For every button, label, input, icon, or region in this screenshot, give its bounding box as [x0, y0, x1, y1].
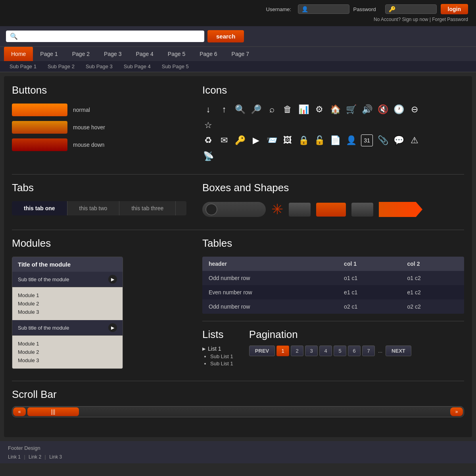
shape-arrow: [379, 202, 422, 217]
lists-section: Lists ▶ List 1 Sub List 1 Sub List 1: [202, 328, 233, 368]
icon-star: ☆: [202, 119, 214, 131]
scrollbar-thumb[interactable]: |||: [27, 407, 79, 416]
pagination-page-1[interactable]: 1: [276, 345, 289, 356]
pagination-page-3[interactable]: 3: [305, 345, 318, 356]
nav-item-page1[interactable]: Page 1: [33, 47, 65, 61]
icon-chat: 💬: [393, 134, 405, 146]
nav-item-home[interactable]: Home: [4, 47, 33, 61]
nav-item-page4[interactable]: Page 4: [129, 47, 160, 61]
sub-nav-item-3[interactable]: Sub Page 3: [80, 61, 118, 72]
table-header-row: header col 1 col 2: [202, 257, 464, 271]
tab-three[interactable]: this tab three: [119, 201, 176, 215]
scrollbar-next-btn[interactable]: »: [450, 407, 463, 416]
icon-cart: 🛒: [345, 104, 357, 115]
tables-title: Tables: [202, 237, 464, 250]
scrollbar-prev-btn[interactable]: «: [13, 407, 26, 416]
scrollbar-track[interactable]: « ||| »: [12, 406, 464, 417]
password-input[interactable]: [397, 6, 437, 12]
nav-item-page2[interactable]: Page 2: [65, 47, 97, 61]
button-down[interactable]: [12, 138, 67, 151]
pagination-ellipsis: ...: [376, 348, 384, 354]
module-list-item-4: Module 1: [18, 340, 117, 348]
module-play-btn-1[interactable]: ▶: [108, 275, 117, 284]
button-hover[interactable]: [12, 121, 67, 134]
nav-item-page5[interactable]: Page 5: [161, 47, 192, 61]
icon-minus-circle: ⊖: [409, 104, 420, 115]
nav-item-page3[interactable]: Page 3: [97, 47, 129, 61]
pagination-page-7[interactable]: 7: [362, 345, 375, 356]
sub-nav-item-2[interactable]: Sub Page 2: [42, 61, 80, 72]
icon-down-arrow: ↓: [202, 104, 214, 115]
table-cell-1-1: e1 c1: [338, 285, 401, 299]
shape-pill: [202, 202, 266, 217]
icon-rss: 📡: [202, 150, 214, 162]
table-cell-0-2: o1 c2: [401, 271, 464, 285]
pagination-page-4[interactable]: 4: [319, 345, 332, 356]
module-header: Title of the module: [12, 257, 123, 272]
login-button[interactable]: login: [441, 4, 468, 14]
footer-link-2[interactable]: Link 2: [29, 454, 41, 460]
module-list-item-1: Module 1: [18, 291, 117, 299]
icon-key: 🔑: [234, 134, 246, 146]
pagination-page-5[interactable]: 5: [334, 345, 346, 356]
shape-circle: [205, 203, 217, 215]
button-normal[interactable]: [12, 104, 67, 116]
username-input[interactable]: [310, 6, 350, 12]
icon-recycle: ♻: [202, 134, 214, 146]
table-header-1: col 1: [338, 257, 401, 271]
nav-item-page7[interactable]: Page 7: [225, 47, 256, 61]
icon-image: 🖼: [282, 134, 294, 146]
icons-title: Icons: [202, 84, 464, 96]
username-label: Username:: [266, 6, 294, 12]
table-cell-2-0: Odd number row: [202, 299, 338, 314]
module-subtitle-1-row[interactable]: Sub title of the module ▶: [12, 272, 123, 287]
pagination-page-2[interactable]: 2: [291, 345, 303, 356]
pagination-next[interactable]: NEXT: [386, 345, 411, 356]
module-subtitle-2-row[interactable]: Sub title of the module ▶: [12, 320, 123, 336]
sub-nav-item-5[interactable]: Sub Page 5: [156, 61, 194, 72]
icon-document: 📄: [329, 134, 341, 146]
sub-nav-item-4[interactable]: Sub Page 4: [118, 61, 156, 72]
modules-section: Modules Title of the module Sub title of…: [12, 237, 186, 369]
main-content: Buttons normal mouse hover mouse down Ic…: [4, 76, 472, 437]
tab-two[interactable]: this tab two: [67, 201, 120, 215]
module-subtitle-2: Sub title of the module: [18, 325, 69, 331]
table-cell-2-1: o2 c1: [338, 299, 401, 314]
pagination-prev[interactable]: PREV: [249, 345, 275, 356]
footer-divider-1: |: [24, 454, 25, 460]
nav-item-page6[interactable]: Page 6: [192, 47, 224, 61]
module-list-item-6: Module 3: [18, 356, 117, 365]
module-play-btn-2[interactable]: ▶: [108, 323, 117, 332]
module-box: Title of the module Sub title of the mod…: [12, 257, 123, 369]
buttons-title: Buttons: [12, 84, 186, 96]
tabs-section: Tabs this tab one this tab two this tab …: [12, 182, 186, 218]
tabs-boxes-row: Tabs this tab one this tab two this tab …: [12, 182, 464, 218]
buttons-icons-row: Buttons normal mouse hover mouse down Ic…: [12, 84, 464, 162]
boxes-title: Boxes and Shapes: [202, 182, 464, 194]
button-normal-label: normal: [73, 107, 90, 113]
icon-zoom-out: 🔎: [250, 104, 262, 115]
username-input-wrap: 👤: [298, 4, 349, 14]
icon-warning: ⚠: [409, 134, 420, 146]
icon-envelope: 📨: [266, 134, 278, 146]
search-button[interactable]: search: [207, 30, 244, 42]
list-arrow-icon: ▶: [202, 346, 205, 351]
tabs-title: Tabs: [12, 182, 186, 194]
list-sub-item-2: Sub List 1: [210, 361, 233, 367]
pagination-page-6[interactable]: 6: [348, 345, 361, 356]
sub-nav-item-1[interactable]: Sub Page 1: [4, 61, 42, 72]
module-list-2: Module 1 Module 2 Module 3: [12, 336, 123, 369]
icon-calendar: 31: [361, 134, 373, 146]
pagination-bar: PREV 1 2 3 4 5 6 7 ... NEXT: [249, 345, 411, 356]
footer-link-3[interactable]: Link 3: [49, 454, 62, 460]
list-item-label: List 1: [208, 345, 221, 352]
footer-link-1[interactable]: Link 1: [8, 454, 21, 460]
tab-one[interactable]: this tab one: [12, 201, 67, 215]
search-input[interactable]: [20, 33, 200, 40]
shapes-row: ✳: [202, 201, 464, 218]
table-row: Odd number row o1 c1 o1 c2: [202, 271, 464, 285]
icon-search: ⌕: [266, 104, 278, 115]
account-links: No Account? Sign up now | Forget Passwor…: [266, 17, 468, 22]
icon-unlock: 🔓: [313, 134, 325, 146]
module-list-item-3: Module 3: [18, 308, 117, 316]
